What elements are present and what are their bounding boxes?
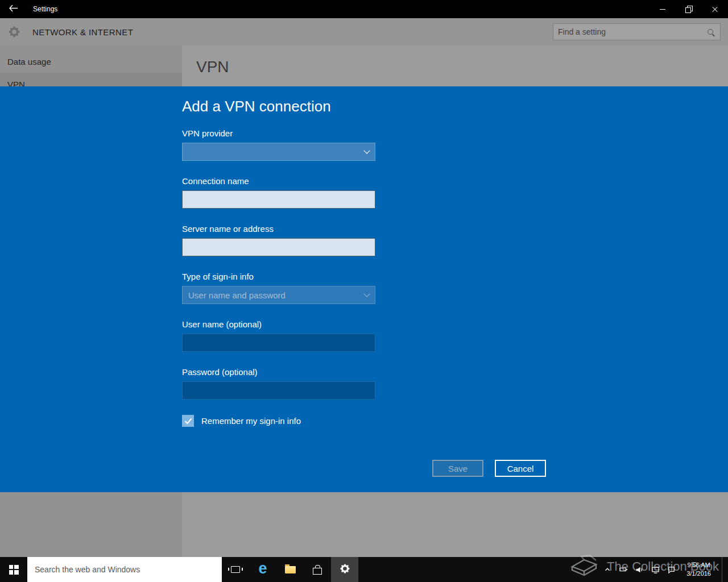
- settings-search-input[interactable]: [553, 27, 708, 36]
- task-view-icon: [231, 566, 240, 573]
- back-button[interactable]: [0, 0, 26, 18]
- server-label: Server name or address: [182, 224, 375, 234]
- minimize-button[interactable]: [650, 0, 676, 18]
- minimize-icon: [660, 9, 665, 10]
- file-explorer-button[interactable]: [276, 557, 304, 582]
- show-desktop-button[interactable]: [722, 557, 726, 582]
- vpn-dialog-overlay: Add a VPN connection VPN provider Connec…: [0, 86, 728, 492]
- remember-checkbox-label: Remember my sign-in info: [201, 416, 301, 426]
- password-input[interactable]: [182, 381, 375, 400]
- vpn-provider-select[interactable]: [182, 143, 375, 161]
- connection-name-field: Connection name: [182, 176, 375, 209]
- taskbar-clock[interactable]: 9:56 AM 3/1/2016: [683, 561, 714, 578]
- edge-icon: e: [258, 561, 267, 576]
- window-controls: [650, 0, 728, 18]
- page-title: VPN: [196, 58, 728, 76]
- vpn-provider-label: VPN provider: [182, 128, 375, 138]
- add-vpn-dialog: Add a VPN connection VPN provider Connec…: [0, 86, 728, 492]
- chevron-down-icon: [363, 148, 370, 154]
- store-icon: [313, 568, 322, 575]
- close-button[interactable]: [702, 0, 728, 18]
- titlebar: Settings: [0, 0, 728, 18]
- maximize-button[interactable]: [676, 0, 702, 18]
- cancel-button[interactable]: Cancel: [495, 460, 546, 477]
- dialog-buttons: Save Cancel: [432, 460, 546, 477]
- checkmark-icon: [184, 418, 192, 425]
- windows-logo-icon: [9, 565, 19, 575]
- window-title: Settings: [33, 5, 57, 13]
- taskbar-search-box[interactable]: [27, 557, 222, 582]
- sidebar-item-data-usage[interactable]: Data usage: [0, 50, 182, 73]
- start-button[interactable]: [0, 557, 27, 582]
- clock-date: 3/1/2016: [686, 569, 711, 578]
- vpn-provider-field: VPN provider: [182, 128, 375, 161]
- app-header: NETWORK & INTERNET: [0, 18, 728, 45]
- remember-checkbox[interactable]: [182, 415, 194, 427]
- close-icon: [712, 6, 718, 13]
- restore-icon: [685, 6, 693, 13]
- save-button[interactable]: Save: [432, 460, 483, 477]
- network-icon[interactable]: [651, 566, 660, 574]
- page-header-title: NETWORK & INTERNET: [32, 27, 133, 37]
- connection-name-label: Connection name: [182, 176, 375, 186]
- username-label: User name (optional): [182, 319, 375, 329]
- settings-gear-icon: [339, 563, 351, 577]
- tray-chevron-up-icon[interactable]: [603, 566, 611, 573]
- edge-button[interactable]: e: [249, 557, 276, 582]
- settings-taskbar-button[interactable]: [331, 557, 358, 582]
- username-input[interactable]: [182, 334, 375, 352]
- action-center-icon[interactable]: [667, 566, 676, 574]
- password-label: Password (optional): [182, 367, 375, 377]
- chevron-down-icon: [363, 291, 370, 297]
- dialog-title: Add a VPN connection: [182, 98, 728, 115]
- signin-type-field: Type of sign-in info User name and passw…: [182, 272, 375, 304]
- taskbar-search-input[interactable]: [27, 565, 222, 574]
- sidebar-item-label: Data usage: [7, 57, 51, 66]
- volume-icon[interactable]: [635, 566, 644, 574]
- password-field: Password (optional): [182, 367, 375, 400]
- signin-type-label: Type of sign-in info: [182, 272, 375, 281]
- search-icon: [708, 29, 713, 35]
- clock-time: 9:56 AM: [686, 561, 711, 569]
- signin-type-value: User name and password: [188, 290, 365, 300]
- task-view-button[interactable]: [222, 557, 249, 582]
- back-arrow-icon: [9, 4, 18, 14]
- username-field: User name (optional): [182, 319, 375, 352]
- store-button[interactable]: [304, 557, 331, 582]
- connection-name-input[interactable]: [182, 190, 375, 209]
- file-explorer-icon: [285, 566, 296, 573]
- server-field: Server name or address: [182, 224, 375, 256]
- taskbar: e: [0, 557, 728, 582]
- settings-search-box[interactable]: [553, 23, 721, 40]
- remember-signin-row[interactable]: Remember my sign-in info: [182, 415, 728, 427]
- system-tray: 9:56 AM 3/1/2016: [603, 557, 728, 582]
- battery-icon[interactable]: [619, 566, 628, 573]
- settings-window: Settings NETWORK & INTERNET Data usage V…: [0, 0, 728, 582]
- gear-icon: [7, 25, 21, 39]
- signin-type-select[interactable]: User name and password: [182, 286, 375, 304]
- server-input[interactable]: [182, 238, 375, 256]
